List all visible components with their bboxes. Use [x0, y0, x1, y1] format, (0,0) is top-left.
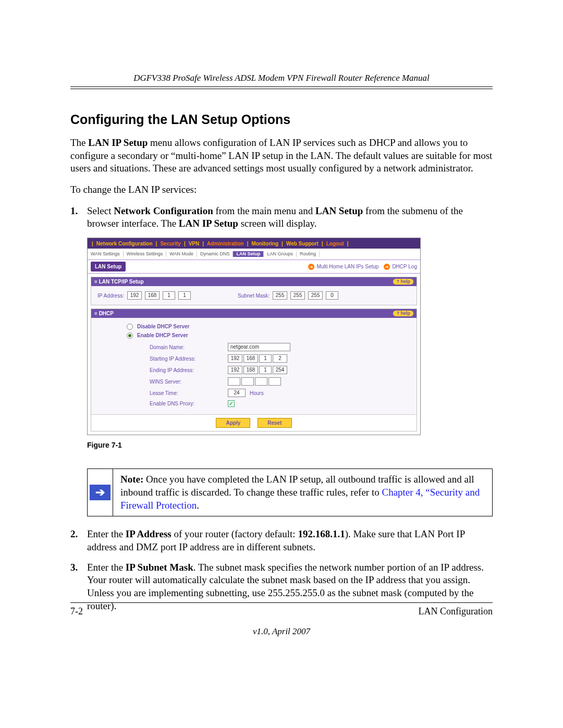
lease-time-input[interactable]: 24	[228, 389, 246, 397]
end-ip-2[interactable]: 168	[243, 366, 258, 374]
tab-logout[interactable]: Logout	[325, 240, 345, 247]
section-heading: Configuring the LAN Setup Options	[70, 112, 493, 127]
step-number: 1.	[70, 205, 78, 218]
main-tabs: |Network Configuration |Security |VPN |A…	[88, 238, 420, 249]
dns-proxy-label: Enable DNS Proxy:	[150, 400, 228, 407]
mask-octet-4[interactable]: 0	[326, 291, 338, 300]
dns-proxy-checkbox[interactable]: ✓	[228, 400, 235, 407]
text: screen will display.	[238, 218, 317, 229]
link-multi-home[interactable]: ➜Multi Home LAN IPs Setup	[308, 263, 378, 270]
panel-lan-tcpip: ≡ LAN TCP/IP Setup ? help IP Address: 19…	[91, 277, 417, 305]
radio-icon	[127, 332, 133, 339]
bold-text: LAN IP Setup	[179, 218, 238, 229]
ip-octet-2[interactable]: 168	[145, 291, 160, 300]
header-rule	[70, 89, 493, 89]
apply-button[interactable]: Apply	[216, 418, 250, 428]
footer-rule	[70, 602, 493, 603]
link-dhcp-log[interactable]: ➜DHCP Log	[384, 263, 417, 270]
mask-octet-1[interactable]: 255	[273, 291, 287, 300]
text: The	[70, 137, 88, 148]
subtab-routing[interactable]: Routing	[297, 251, 320, 257]
text: from the main menu and	[213, 205, 315, 216]
bold-text: Network Configuration	[114, 205, 213, 216]
ip-octet-1[interactable]: 192	[127, 291, 142, 300]
step-number: 2.	[70, 528, 78, 541]
radio-label: Disable DHCP Server	[137, 323, 189, 330]
wins-label: WINS Server:	[150, 378, 228, 385]
tab-vpn[interactable]: VPN	[188, 240, 201, 247]
panel-dhcp: ≡ DHCP ? help Disable DHCP Server Enable…	[91, 309, 417, 431]
note-label: Note:	[120, 474, 143, 485]
wins-1[interactable]	[228, 377, 240, 386]
manual-title: DGFV338 ProSafe Wireless ADSL Modem VPN …	[70, 73, 493, 83]
end-ip-1[interactable]: 192	[228, 366, 242, 374]
help-button[interactable]: ? help	[393, 279, 413, 285]
lan-setup-chip: LAN Setup	[91, 262, 126, 272]
arrow-icon: ➜	[384, 264, 390, 270]
arrow-icon: ➜	[308, 264, 314, 270]
link-label: DHCP Log	[392, 263, 417, 270]
subtab-lan-setup[interactable]: LAN Setup	[233, 251, 264, 257]
tab-security[interactable]: Security	[159, 240, 181, 247]
text: .	[197, 500, 199, 511]
chapter-name: LAN Configuration	[419, 606, 493, 617]
tab-monitoring[interactable]: Monitoring	[250, 240, 279, 247]
step-number: 3.	[70, 561, 78, 574]
subtab-wireless[interactable]: Wireless Settings	[124, 251, 167, 257]
router-screenshot: |Network Configuration |Security |VPN |A…	[87, 238, 421, 435]
lease-unit: Hours	[250, 390, 264, 397]
radio-icon	[127, 324, 133, 330]
start-ip-4[interactable]: 2	[273, 354, 287, 363]
ip-octet-4[interactable]: 1	[178, 291, 191, 300]
start-ip-3[interactable]: 1	[259, 354, 272, 363]
subtab-lan-groups[interactable]: LAN Groups	[264, 251, 297, 257]
subtab-wan-mode[interactable]: WAN Mode	[166, 251, 197, 257]
note-arrow-icon: ➔	[90, 485, 111, 500]
bold-text: LAN IP Setup	[88, 137, 148, 148]
text: Select	[87, 205, 114, 216]
radio-label: Enable DHCP Server	[137, 332, 188, 339]
step-1: 1. Select Network Configuration from the…	[70, 205, 493, 517]
subtab-dynamic-dns[interactable]: Dynamic DNS	[197, 251, 234, 257]
subnet-mask-label: Subnet Mask:	[238, 292, 270, 299]
wins-2[interactable]	[241, 377, 254, 386]
wins-4[interactable]	[268, 377, 281, 386]
bold-text: IP Subnet Mask	[126, 562, 193, 573]
bold-text: IP Address	[126, 528, 172, 539]
ip-octet-3[interactable]: 1	[163, 291, 175, 300]
start-ip-2[interactable]: 168	[243, 354, 258, 363]
intro-paragraph: The LAN IP Setup menu allows configurati…	[70, 137, 493, 175]
start-ip-1[interactable]: 192	[228, 354, 242, 363]
tab-web-support[interactable]: Web Support	[285, 240, 320, 247]
page-number: 7-2	[70, 606, 83, 617]
tab-administration[interactable]: Administration	[206, 240, 245, 247]
wins-3[interactable]	[255, 377, 267, 386]
panel-title: ≡ DHCP	[94, 310, 114, 317]
ending-ip-label: Ending IP Address:	[150, 367, 228, 374]
text: Enter the	[87, 528, 126, 539]
help-button[interactable]: ? help	[393, 311, 413, 317]
end-ip-4[interactable]: 254	[273, 366, 287, 374]
figure-caption: Figure 7-1	[87, 440, 493, 450]
subtab-wan-settings[interactable]: WAN Settings	[88, 251, 124, 257]
link-label: Multi Home LAN IPs Setup	[316, 263, 378, 270]
step-2: 2. Enter the IP Address of your router (…	[70, 528, 493, 553]
end-ip-3[interactable]: 1	[259, 366, 272, 374]
radio-enable-dhcp[interactable]: Enable DHCP Server	[127, 332, 410, 339]
radio-disable-dhcp[interactable]: Disable DHCP Server	[127, 323, 410, 330]
lease-time-label: Lease Time:	[150, 390, 228, 397]
sub-tabs: WAN Settings Wireless Settings WAN Mode …	[88, 249, 420, 260]
bold-text: LAN Setup	[315, 205, 363, 216]
header-rule	[70, 87, 493, 87]
mask-octet-2[interactable]: 255	[290, 291, 305, 300]
reset-button[interactable]: Reset	[258, 418, 291, 428]
text: Enter the	[87, 562, 126, 573]
domain-name-input[interactable]: netgear.com	[228, 343, 290, 351]
ip-address-label: IP Address:	[97, 292, 124, 299]
panel-title: ≡ LAN TCP/IP Setup	[94, 278, 144, 285]
tab-network-config[interactable]: Network Configuration	[95, 240, 154, 247]
bold-text: 192.168.1.1	[298, 528, 345, 539]
lead-line: To change the LAN IP services:	[70, 183, 493, 196]
mask-octet-3[interactable]: 255	[308, 291, 323, 300]
domain-name-label: Domain Name:	[150, 344, 228, 351]
